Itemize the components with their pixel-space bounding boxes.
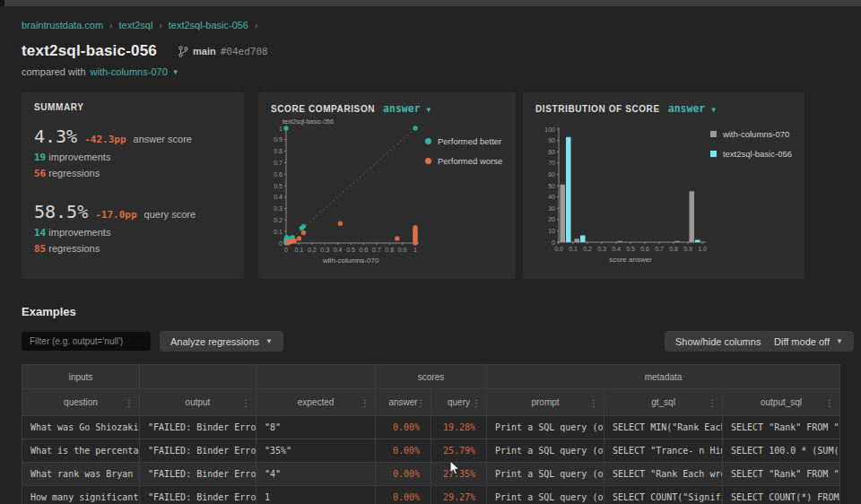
svg-text:30: 30 <box>548 205 555 212</box>
histogram-legend: with-columns-070 text2sql-basic-056 <box>710 129 792 271</box>
column-menu-icon[interactable]: ⋮ <box>825 397 834 407</box>
breadcrumb-experiment-link[interactable]: text2sql-basic-056 <box>169 20 248 30</box>
column-menu-icon[interactable]: ⋮ <box>361 397 370 407</box>
svg-text:60: 60 <box>548 171 555 178</box>
cell-question[interactable]: How many significant relat… <box>22 486 140 504</box>
cell-expected[interactable]: "4" <box>257 463 376 486</box>
column-header-expected[interactable]: expected⋮ <box>257 389 376 416</box>
breadcrumb-org-link[interactable]: braintrustdata.com <box>22 20 103 30</box>
query-score-label: query score <box>144 209 196 220</box>
svg-text:0.6: 0.6 <box>360 247 369 253</box>
answer-regressions: 56 regressions <box>34 168 231 179</box>
cell-gt_sql[interactable]: SELECT MIN("Rank Each wres… <box>604 416 723 439</box>
branch-name: main <box>193 46 216 56</box>
cell-prompt[interactable]: Print a SQL query (over a … <box>487 486 604 504</box>
chevron-down-icon: ▼ <box>711 106 716 114</box>
svg-text:0.1: 0.1 <box>274 229 283 235</box>
cell-output[interactable]: "FAILED: Binder Error: Ref… <box>140 486 257 504</box>
column-menu-icon[interactable]: ⋮ <box>125 397 134 407</box>
column-header-query[interactable]: query⋮ <box>431 389 487 416</box>
table-row[interactable]: How many significant relat…"FAILED: Bind… <box>22 486 840 504</box>
cell-prompt[interactable]: Print a SQL query (over a … <box>487 463 604 486</box>
filter-input[interactable] <box>22 332 151 351</box>
examples-table: inputsscoresmetadataquestion⋮output⋮expe… <box>22 364 840 504</box>
cell-gt_sql[interactable]: SELECT COUNT("Significant … <box>604 486 723 504</box>
column-header-answer[interactable]: answer⋮ <box>376 389 431 416</box>
cell-answer[interactable]: 0.00% <box>376 486 431 504</box>
answer-improvements: 19 improvements <box>34 152 231 163</box>
legend-with-columns-070: with-columns-070 <box>710 129 792 139</box>
cell-prompt[interactable]: Print a SQL query (over a … <box>487 439 604 463</box>
column-header-prompt[interactable]: prompt⋮ <box>487 389 604 416</box>
table-row[interactable]: What is the percentage of …"FAILED: Bind… <box>22 439 840 463</box>
group-header-scores: scores <box>376 365 487 389</box>
table-row[interactable]: What was Go Shiozaki's ran…"FAILED: Bind… <box>22 416 840 439</box>
chevron-down-icon: ▼ <box>265 337 273 345</box>
git-branch-icon <box>178 46 188 57</box>
column-menu-icon[interactable]: ⋮ <box>708 397 717 407</box>
cell-query[interactable]: 29.27% <box>431 486 487 504</box>
column-header-gt_sql[interactable]: gt_sql⋮ <box>604 389 723 416</box>
cell-output_sql[interactable]: SELECT COUNT(*) FROM "tabl… <box>723 486 840 504</box>
cell-question[interactable]: What was Go Shiozaki's ran… <box>22 416 140 439</box>
svg-text:0.3: 0.3 <box>597 246 606 252</box>
svg-text:0.2: 0.2 <box>583 246 592 252</box>
cell-query[interactable]: 27.35% <box>431 463 487 486</box>
svg-text:0: 0 <box>284 247 288 253</box>
column-menu-icon[interactable]: ⋮ <box>241 397 250 407</box>
query-score-metric: 58.5% -17.0pp query score 14 improvement… <box>34 201 231 255</box>
chevron-down-icon[interactable]: ▼ <box>172 68 179 76</box>
cell-query[interactable]: 25.79% <box>431 439 487 463</box>
cell-answer[interactable]: 0.00% <box>376 463 431 486</box>
column-header-output[interactable]: output⋮ <box>140 389 257 416</box>
cell-output[interactable]: "FAILED: Binder Error: Val… <box>140 439 257 463</box>
cell-question[interactable]: What is the percentage of … <box>22 439 140 463</box>
breadcrumb-project-link[interactable]: text2sql <box>118 20 152 30</box>
svg-text:0.4: 0.4 <box>274 194 283 200</box>
cell-expected[interactable]: "35%" <box>257 439 376 463</box>
score-comparison-title: SCORE COMPARISON <box>271 104 375 114</box>
cell-answer[interactable]: 0.00% <box>376 416 431 439</box>
cell-output_sql[interactable]: SELECT "Rank" FROM "table"… <box>723 463 840 486</box>
score-comparison-scatter-chart: text2sql-basic-05600.10.20.30.40.50.60.7… <box>271 117 425 271</box>
svg-text:100: 100 <box>544 126 555 133</box>
cell-answer[interactable]: 0.00% <box>376 439 431 463</box>
svg-text:80: 80 <box>548 149 555 155</box>
cell-output_sql[interactable]: SELECT "Rank" FROM "table"… <box>723 416 840 439</box>
distribution-panel: DISTRIBUTION OF SCORE answer ▼ 010203040… <box>523 92 804 279</box>
column-menu-icon[interactable]: ⋮ <box>416 397 425 407</box>
breadcrumb-separator-icon: › <box>255 21 257 30</box>
cell-gt_sql[interactable]: SELECT "Rank Each wrestler… <box>604 463 723 486</box>
table-row[interactable]: What rank was Bryan Daniel…"FAILED: Bind… <box>22 463 840 486</box>
group-header-metadata: metadata <box>487 365 840 389</box>
svg-text:0.4: 0.4 <box>334 247 343 253</box>
cell-expected[interactable]: 1 <box>257 486 376 504</box>
worse-dot-icon <box>425 158 431 164</box>
column-header-output_sql[interactable]: output_sql⋮ <box>723 389 840 416</box>
cell-expected[interactable]: "8" <box>257 416 376 439</box>
cell-gt_sql[interactable]: SELECT "Trance- n Himalaya… <box>604 439 723 463</box>
analyze-regressions-button[interactable]: Analyze regressions▼ <box>160 331 283 352</box>
diff-mode-button[interactable]: Diff mode off▼ <box>763 331 854 352</box>
query-score-value: 58.5% <box>34 201 88 222</box>
svg-text:0.8: 0.8 <box>274 148 283 154</box>
cell-query[interactable]: 19.28% <box>431 416 487 439</box>
cell-prompt[interactable]: Print a SQL query (over a … <box>487 416 604 439</box>
svg-text:with-columns-070: with-columns-070 <box>322 256 379 265</box>
cell-output[interactable]: "FAILED: Binder Error: Ref… <box>140 416 257 439</box>
column-menu-icon[interactable]: ⋮ <box>472 397 481 407</box>
cell-output[interactable]: "FAILED: Binder Error: Ref… <box>140 463 257 486</box>
distribution-selector[interactable]: answer ▼ <box>668 102 716 115</box>
svg-text:0.7: 0.7 <box>274 160 283 166</box>
score-comparison-selector[interactable]: answer ▼ <box>383 102 430 115</box>
column-menu-icon[interactable]: ⋮ <box>589 397 598 407</box>
answer-score-label: answer score <box>134 134 192 144</box>
cell-output_sql[interactable]: SELECT 100.0 * (SUM(CASE W… <box>723 439 840 463</box>
compared-with-link[interactable]: with-columns-070 <box>91 66 168 77</box>
column-header-question[interactable]: question⋮ <box>22 389 140 416</box>
examples-heading: Examples <box>22 305 76 318</box>
cell-question[interactable]: What rank was Bryan Daniel… <box>22 463 140 486</box>
svg-text:0.3: 0.3 <box>274 205 283 212</box>
svg-text:1: 1 <box>279 126 283 132</box>
page-title: text2sql-basic-056 <box>22 42 157 60</box>
